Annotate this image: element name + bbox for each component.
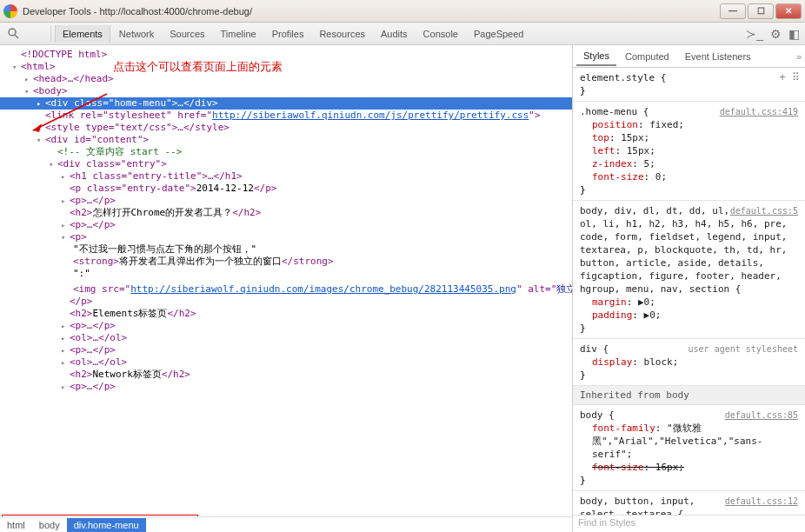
breadcrumb: html body div.home-menu [0, 516, 572, 532]
dom-line[interactable]: <link rel="stylesheet" href="http://sibe… [0, 110, 572, 122]
search-icon[interactable] [5, 26, 21, 42]
style-rule[interactable]: + ⠿ element.style { } [573, 68, 805, 102]
tab-elements[interactable]: Elements [55, 25, 110, 43]
dom-line[interactable]: <style type="text/css">…</style> [0, 122, 572, 134]
close-button[interactable]: ✕ [775, 3, 802, 19]
dom-line[interactable]: <strong>将开发者工具弹出作为一个独立的窗口</strong> [0, 256, 572, 268]
styles-panel: Styles Computed Event Listeners » + ⠿ el… [572, 45, 805, 532]
styles-tabs: Styles Computed Event Listeners » [573, 45, 805, 68]
window-titlebar: Developer Tools - http://localhost:4000/… [0, 0, 805, 23]
dom-line[interactable]: <html> [0, 61, 572, 73]
minimize-button[interactable]: — [720, 3, 746, 19]
dom-line[interactable]: <p class="entry-date">2014-12-12</p> [0, 183, 572, 195]
annotation-top: 点击这个可以查看页面上面的元素 [113, 61, 283, 73]
tab-timeline[interactable]: Timeline [214, 25, 263, 43]
find-in-styles[interactable]: Find in Styles [573, 515, 805, 532]
chevron-right-icon[interactable]: » [796, 51, 802, 62]
styles-tab-eventlisteners[interactable]: Event Listeners [678, 48, 758, 65]
dom-line[interactable]: <div id="content"> [0, 134, 572, 146]
tab-pagespeed[interactable]: PageSpeed [467, 25, 531, 43]
styles-tab-styles[interactable]: Styles [576, 47, 616, 66]
toggle-state-icon[interactable]: ⠿ [792, 71, 800, 83]
panel-tabs: Elements Network Sources Timeline Profil… [55, 25, 746, 43]
svg-line-1 [15, 35, 18, 38]
dom-line[interactable]: <div class="entry"> [0, 158, 572, 170]
dom-line[interactable]: <!-- 文章内容 start --> [0, 146, 572, 158]
dom-line[interactable]: <h2>Elements标签页</h2> [0, 308, 572, 320]
dom-line[interactable]: <h1 class="entry-title">…</h1> [0, 170, 572, 183]
tab-network[interactable]: Network [112, 25, 161, 43]
dom-line[interactable]: <body> [0, 85, 572, 97]
dom-line[interactable]: "不过我一般习惯与点左下角的那个按钮，" [0, 243, 572, 256]
tab-console[interactable]: Console [416, 25, 465, 43]
settings-icon[interactable]: ⚙ [770, 27, 782, 41]
maximize-button[interactable]: ☐ [748, 3, 774, 19]
svg-point-0 [9, 29, 16, 36]
dom-line[interactable]: <p>…</p> [0, 320, 572, 332]
drawer-icon[interactable]: ≻_ [746, 27, 763, 41]
tab-resources[interactable]: Resources [312, 25, 372, 43]
style-rule[interactable]: default.css:85 body { font-family: "微软雅黑… [573, 405, 805, 491]
devtools-toolbar: Elements Network Sources Timeline Profil… [0, 23, 805, 45]
crumb-div-home-menu[interactable]: div.home-menu [67, 518, 146, 532]
tab-profiles[interactable]: Profiles [265, 25, 311, 43]
crumb-body[interactable]: body [32, 518, 67, 532]
dom-line[interactable]: </p> [0, 296, 572, 308]
style-rule[interactable]: user agent stylesheet div { display: blo… [573, 339, 805, 386]
dock-icon[interactable]: ◧ [788, 27, 800, 41]
crumb-html[interactable]: html [0, 518, 32, 532]
tab-audits[interactable]: Audits [374, 25, 415, 43]
window-title: Developer Tools - http://localhost:4000/… [23, 6, 720, 17]
dom-line[interactable]: <p>…</p> [0, 381, 572, 393]
dom-line[interactable]: <ol>…</ol> [0, 356, 572, 369]
style-rule[interactable]: default.css:12 body, button, input, sele… [573, 491, 805, 515]
dom-line[interactable]: <ol>…</ol> [0, 332, 572, 344]
dom-line[interactable]: <img src="http://siberiawolf.qiniudn.com… [0, 283, 572, 296]
inspect-icon[interactable] [26, 26, 42, 42]
new-rule-icon[interactable]: + [780, 71, 786, 83]
elements-panel[interactable]: 点击这个可以查看页面上面的元素 <!DOCTYPE html> <html> <… [0, 45, 572, 532]
dom-line[interactable]: <head>…</head> [0, 73, 572, 85]
dom-line-selected[interactable]: <div class="home-menu">…</div> [0, 97, 572, 110]
dom-line[interactable]: ":" [0, 268, 572, 280]
dom-line[interactable]: <p>…</p> [0, 219, 572, 231]
styles-tab-computed[interactable]: Computed [618, 48, 676, 65]
dom-line[interactable]: <p>…</p> [0, 195, 572, 207]
style-rule[interactable]: default.css:419 .home-menu { position: f… [573, 102, 805, 201]
tab-sources[interactable]: Sources [163, 25, 211, 43]
dom-line[interactable]: <h2>Network标签页</h2> [0, 369, 572, 381]
dom-line[interactable]: <p>…</p> [0, 344, 572, 356]
inherited-header: Inherited from body [573, 386, 805, 405]
dom-line[interactable]: <!DOCTYPE html> [0, 49, 572, 61]
style-rule[interactable]: default.css:5 body, div, dl, dt, dd, ul,… [573, 201, 805, 339]
chrome-icon [3, 4, 17, 18]
dom-line[interactable]: <h2>怎样打开Chrome的开发者工具？</h2> [0, 207, 572, 219]
dom-line[interactable]: <p> [0, 231, 572, 243]
